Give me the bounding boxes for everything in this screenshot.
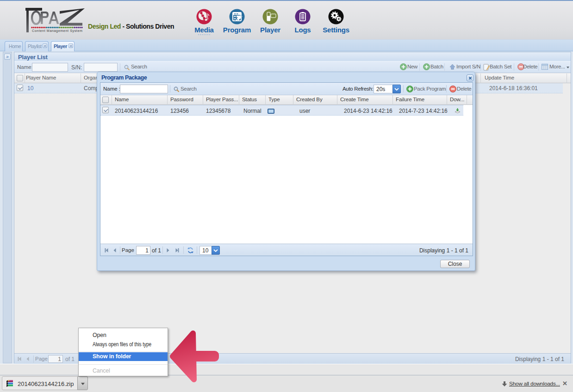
svg-text:Content Management System: Content Management System bbox=[32, 29, 83, 33]
